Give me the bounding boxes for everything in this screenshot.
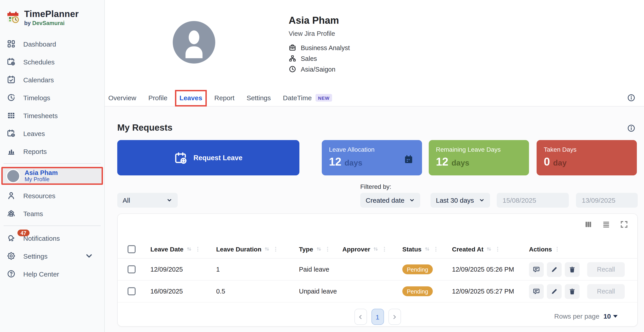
date-range-select[interactable]: Last 30 days bbox=[430, 193, 490, 208]
calendar-minus-icon bbox=[7, 129, 16, 138]
sitemap-icon bbox=[289, 54, 296, 62]
row-checkbox[interactable] bbox=[128, 287, 136, 295]
column-menu-icon[interactable] bbox=[554, 246, 560, 252]
table-header-row: Leave Date Leave Duration Type Approver … bbox=[118, 240, 637, 258]
sidebar-item-calendars[interactable]: Calendars bbox=[0, 71, 104, 88]
comment-button[interactable] bbox=[529, 262, 544, 277]
people-icon bbox=[7, 209, 16, 218]
cell-type: Paid leave bbox=[299, 266, 342, 273]
fullscreen-icon[interactable] bbox=[620, 220, 628, 229]
row-checkbox[interactable] bbox=[128, 265, 136, 274]
sort-icon[interactable] bbox=[264, 246, 270, 252]
profile-header: Asia Pham View Jira Profile Business Ana… bbox=[105, 0, 644, 106]
sidebar-item-label: Notifications bbox=[23, 234, 60, 242]
chevron-left-icon bbox=[358, 314, 364, 320]
chevron-down-icon bbox=[166, 197, 172, 203]
calendar-icon bbox=[403, 154, 414, 165]
sidebar-item-timelogs[interactable]: Timelogs bbox=[0, 88, 104, 106]
tab-overview[interactable]: Overview bbox=[108, 94, 136, 102]
sidebar-item-my-profile[interactable]: Asia Pham My Profile bbox=[1, 167, 103, 185]
main-area: Asia Pham View Jira Profile Business Ana… bbox=[105, 0, 644, 332]
person-icon bbox=[7, 191, 16, 200]
request-leave-button[interactable]: Request Leave bbox=[117, 140, 300, 176]
recall-button[interactable]: Recall bbox=[587, 262, 625, 277]
column-menu-icon[interactable] bbox=[433, 246, 439, 252]
sort-icon[interactable] bbox=[186, 246, 192, 252]
sidebar-item-resources[interactable]: Resources bbox=[0, 186, 104, 204]
cell-created-at: 12/09/2025 05:27 PM bbox=[452, 288, 529, 295]
page-number-button[interactable]: 1 bbox=[371, 309, 384, 325]
view-jira-profile-link[interactable]: View Jira Profile bbox=[289, 30, 350, 37]
my-requests-title: My Requests bbox=[117, 122, 172, 133]
column-menu-icon[interactable] bbox=[195, 246, 201, 252]
tab-datetime[interactable]: DateTime NEW bbox=[283, 94, 332, 102]
next-page-button[interactable] bbox=[388, 309, 401, 325]
column-menu-icon[interactable] bbox=[272, 246, 279, 252]
sidebar-item-reports[interactable]: Reports bbox=[0, 142, 104, 160]
sort-icon[interactable] bbox=[424, 246, 430, 252]
cell-type: Unpaid leave bbox=[299, 288, 342, 295]
sidebar-profile-subtitle: My Profile bbox=[24, 176, 58, 183]
info-icon[interactable] bbox=[627, 124, 636, 132]
sort-icon[interactable] bbox=[486, 246, 492, 252]
rows-per-page-select[interactable]: 10 bbox=[604, 312, 618, 320]
column-menu-icon[interactable] bbox=[381, 246, 388, 252]
list-view-icon[interactable] bbox=[602, 220, 610, 229]
sidebar-item-dashboard[interactable]: Dashboard bbox=[0, 35, 104, 53]
tab-profile[interactable]: Profile bbox=[148, 94, 168, 102]
chevron-down-icon bbox=[84, 252, 94, 260]
status-badge: Pending bbox=[402, 264, 432, 274]
question-circle-icon bbox=[7, 269, 16, 278]
sort-icon[interactable] bbox=[372, 246, 379, 252]
app-byline: by DevSamurai bbox=[24, 20, 79, 26]
end-date-input[interactable]: 13/09/2025 bbox=[576, 193, 638, 208]
filter-field-select[interactable]: Created date bbox=[360, 193, 420, 208]
profile-role: Business Analyst bbox=[289, 44, 350, 52]
tab-settings[interactable]: Settings bbox=[246, 94, 271, 102]
sidebar-item-label: Teams bbox=[23, 210, 43, 217]
cell-created-at: 12/09/2025 05:26 PM bbox=[452, 266, 529, 273]
edit-button[interactable] bbox=[547, 284, 562, 299]
info-icon[interactable] bbox=[627, 94, 636, 102]
sidebar-item-label: Help Center bbox=[23, 270, 59, 278]
sidebar-item-label: Reports bbox=[23, 148, 47, 155]
prev-page-button[interactable] bbox=[354, 309, 367, 325]
chevron-right-icon bbox=[392, 314, 398, 320]
edit-button[interactable] bbox=[547, 262, 562, 277]
profile-name: Asia Pham bbox=[289, 15, 350, 26]
sidebar-item-teams[interactable]: Teams bbox=[0, 204, 104, 222]
leave-allocation-value: 12 bbox=[329, 155, 342, 168]
clock-icon bbox=[289, 65, 296, 73]
cell-leave-duration: 0.5 bbox=[216, 288, 299, 295]
type-filter-select[interactable]: All bbox=[117, 193, 178, 208]
start-date-input[interactable]: 15/08/2025 bbox=[497, 193, 569, 208]
column-menu-icon[interactable] bbox=[324, 246, 330, 252]
status-badge: Pending bbox=[402, 286, 432, 296]
recall-button[interactable]: Recall bbox=[587, 284, 625, 299]
column-menu-icon[interactable] bbox=[495, 246, 501, 252]
delete-button[interactable] bbox=[565, 262, 580, 277]
sidebar-item-leaves[interactable]: Leaves bbox=[0, 124, 104, 142]
sort-icon[interactable] bbox=[315, 246, 322, 252]
sidebar-item-help-center[interactable]: Help Center bbox=[0, 265, 104, 283]
chevron-down-icon bbox=[479, 197, 485, 203]
sidebar-item-schedules[interactable]: Schedules bbox=[0, 53, 104, 71]
app-title: TimePlanner bbox=[24, 9, 79, 19]
tab-leaves[interactable]: Leaves bbox=[180, 94, 202, 102]
sidebar-item-label: Resources bbox=[23, 192, 55, 199]
delete-button[interactable] bbox=[565, 284, 580, 299]
sidebar-profile-name: Asia Pham bbox=[24, 169, 58, 176]
tab-report[interactable]: Report bbox=[214, 94, 234, 102]
columns-view-icon[interactable] bbox=[584, 220, 592, 229]
table-row: 16/09/2025 0.5 Unpaid leave Pending 12/0… bbox=[118, 280, 637, 302]
trash-icon bbox=[568, 266, 576, 273]
table-row: 12/09/2025 1 Paid leave Pending 12/09/20… bbox=[118, 258, 637, 280]
sidebar-item-label: Calendars bbox=[23, 76, 54, 84]
sidebar-item-settings[interactable]: Settings bbox=[0, 247, 104, 265]
sidebar-item-timesheets[interactable]: Timesheets bbox=[0, 106, 104, 124]
sidebar-item-label: Settings bbox=[23, 252, 48, 260]
sidebar-item-notifications[interactable]: 47 Notifications bbox=[0, 229, 104, 247]
select-all-checkbox[interactable] bbox=[128, 245, 136, 253]
table-footer: 1 Rows per page 10 bbox=[118, 302, 637, 326]
comment-button[interactable] bbox=[529, 284, 544, 299]
